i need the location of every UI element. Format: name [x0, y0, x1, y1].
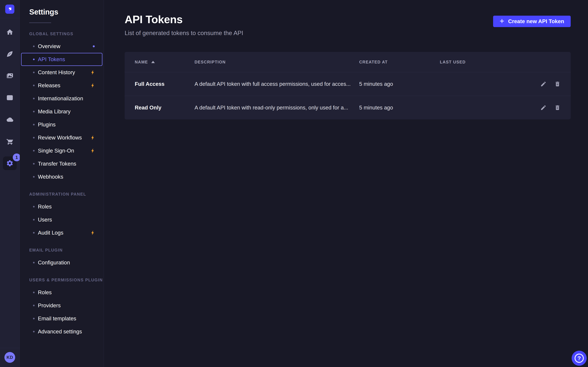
column-header-label: DESCRIPTION [195, 60, 226, 64]
edit-button[interactable] [540, 81, 546, 87]
plus-icon: + [500, 16, 504, 26]
sidebar-title-divider [29, 23, 51, 23]
sidebar-item-label: Releases [38, 82, 61, 89]
trash-icon [554, 105, 561, 111]
section-label-global-settings: GLOBAL SETTINGS [29, 32, 104, 36]
bullet-icon [33, 111, 35, 112]
marketplace-cart-icon[interactable] [3, 134, 17, 148]
sidebar-item-releases[interactable]: Releases [21, 79, 102, 92]
bullet-icon [33, 98, 35, 99]
table-row[interactable]: Full Access A default API token with ful… [125, 72, 571, 96]
sidebar-item-label: Roles [38, 204, 52, 210]
sidebar-item-label: Advanced settings [38, 328, 82, 335]
column-header-label: LAST USED [440, 60, 466, 64]
lightning-icon [90, 83, 96, 90]
create-api-token-button[interactable]: + Create new API Token [493, 16, 571, 27]
bullet-icon [33, 58, 35, 60]
sidebar-item-up-roles[interactable]: Roles [21, 286, 102, 299]
lightning-icon [90, 148, 96, 155]
sidebar-item-internationalization[interactable]: Internationalization [21, 92, 102, 105]
sidebar-item-transfer-tokens[interactable]: Transfer Tokens [21, 157, 102, 170]
edit-button[interactable] [540, 105, 546, 111]
table-row[interactable]: Read Only A default API token with read-… [125, 96, 571, 119]
sidebar-item-webhooks[interactable]: Webhooks [21, 170, 102, 183]
bullet-icon [33, 137, 35, 139]
token-created-at: 5 minutes ago [359, 81, 440, 87]
sidebar-item-admin-users[interactable]: Users [21, 213, 102, 226]
settings-sidebar: Settings GLOBAL SETTINGS Overview API To… [20, 0, 104, 367]
bullet-icon [33, 232, 35, 234]
delete-button[interactable] [554, 105, 561, 111]
column-header-last-used[interactable]: LAST USED [440, 60, 511, 64]
sidebar-item-plugins[interactable]: Plugins [21, 118, 102, 131]
sidebar-item-review-workflows[interactable]: Review Workflows [21, 131, 102, 144]
sidebar-item-label: API Tokens [38, 56, 65, 62]
column-header-label: NAME [135, 60, 148, 64]
help-button[interactable]: ? [572, 351, 587, 366]
home-icon[interactable] [3, 25, 17, 39]
token-description: A default API token with full access per… [195, 81, 359, 87]
bullet-icon [33, 305, 35, 306]
settings-gear-icon[interactable]: 1 [3, 156, 17, 170]
delete-button[interactable] [554, 81, 561, 87]
sidebar-item-label: Configuration [38, 259, 70, 266]
bullet-icon [33, 45, 35, 47]
sidebar-item-label: Roles [38, 289, 52, 296]
main-content: API Tokens List of generated tokens to c… [104, 0, 588, 367]
content-type-builder-layout-icon[interactable] [3, 91, 17, 105]
sidebar-item-label: Review Workflows [38, 134, 82, 141]
row-actions [511, 81, 561, 87]
deploy-cloud-icon[interactable] [3, 113, 17, 126]
bullet-icon [33, 262, 35, 263]
token-description: A default API token with read-only permi… [195, 105, 359, 111]
sidebar-item-advanced-settings[interactable]: Advanced settings [21, 325, 102, 338]
section-label-users-permissions-plugin: USERS & PERMISSIONS PLUGIN [29, 278, 104, 282]
sidebar-item-label: Email templates [38, 316, 76, 322]
bullet-icon [33, 124, 35, 125]
user-avatar[interactable]: KD [4, 352, 15, 363]
content-manager-feather-icon[interactable] [3, 47, 17, 61]
bullet-icon [33, 292, 35, 293]
icon-rail: 1 KD [0, 0, 20, 367]
sidebar-item-content-history[interactable]: Content History [21, 66, 102, 79]
create-button-label: Create new API Token [508, 18, 564, 25]
rail-divider [0, 18, 20, 18]
column-header-created-at[interactable]: CREATED AT [359, 60, 440, 64]
sidebar-item-overview[interactable]: Overview [21, 40, 102, 53]
column-header-name[interactable]: NAME [135, 60, 195, 64]
section-label-administration-panel: ADMINISTRATION PANEL [29, 192, 104, 197]
lightning-icon [90, 70, 96, 76]
bullet-icon [33, 85, 35, 86]
sidebar-item-label: Overview [38, 43, 61, 50]
sidebar-item-api-tokens[interactable]: API Tokens [21, 53, 102, 66]
rail-icons: 1 [3, 25, 17, 170]
bullet-icon [33, 163, 35, 165]
sidebar-item-single-sign-on[interactable]: Single Sign-On [21, 144, 102, 157]
sidebar-item-label: Content History [38, 69, 75, 75]
sort-ascending-icon [151, 61, 155, 63]
table-header-row: NAME DESCRIPTION CREATED AT LAST USED [125, 52, 571, 72]
sidebar-item-providers[interactable]: Providers [21, 299, 102, 312]
sidebar-item-media-library[interactable]: Media Library [21, 105, 102, 118]
pencil-icon [540, 81, 546, 87]
sidebar-item-email-configuration[interactable]: Configuration [21, 256, 102, 269]
bullet-icon [33, 150, 35, 151]
media-library-images-icon[interactable] [3, 69, 17, 83]
question-mark-icon: ? [575, 354, 584, 363]
sidebar-item-audit-logs[interactable]: Audit Logs [21, 226, 102, 239]
bullet-icon [33, 318, 35, 319]
bullet-icon [33, 72, 35, 73]
token-name: Full Access [135, 81, 195, 87]
bullet-icon [33, 219, 35, 221]
strapi-logo[interactable] [5, 5, 14, 14]
token-created-at: 5 minutes ago [359, 105, 440, 111]
page-subtitle: List of generated tokens to consume the … [125, 30, 243, 37]
column-header-description[interactable]: DESCRIPTION [195, 60, 359, 64]
api-tokens-table: NAME DESCRIPTION CREATED AT LAST USED Fu… [125, 52, 571, 119]
sidebar-item-admin-roles[interactable]: Roles [21, 200, 102, 213]
sidebar-item-label: Plugins [38, 122, 56, 128]
sidebar-item-email-templates[interactable]: Email templates [21, 312, 102, 325]
lightning-icon [90, 135, 96, 142]
row-actions [511, 105, 561, 111]
bullet-icon [33, 206, 35, 208]
